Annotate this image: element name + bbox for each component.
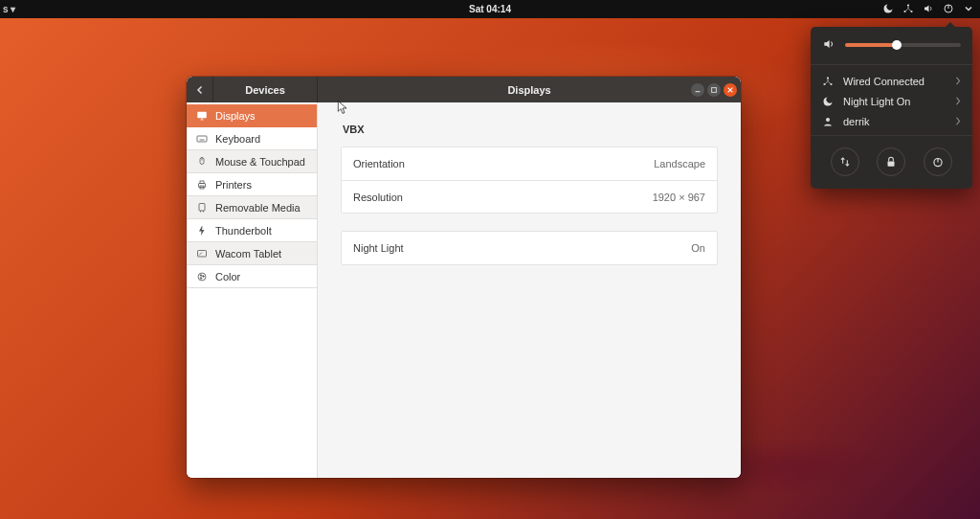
display-icon-label: Displays	[215, 110, 256, 122]
separator	[811, 135, 972, 136]
svg-rect-21	[888, 161, 895, 166]
night-light-label: Night Light	[353, 242, 404, 254]
sys-item-nightlight[interactable]: Night Light On	[822, 91, 961, 111]
orientation-label: Orientation	[353, 158, 405, 169]
system-actions	[822, 147, 961, 176]
network-icon	[822, 76, 834, 87]
svg-point-17	[827, 77, 829, 79]
top-bar: s ▾ Sat 04:14	[0, 0, 980, 18]
svg-rect-12	[198, 250, 207, 257]
svg-rect-5	[198, 112, 207, 118]
orientation-row[interactable]: Orientation Landscape	[342, 147, 717, 180]
svg-rect-4	[712, 87, 717, 92]
window-controls	[691, 77, 737, 102]
volume-slider-thumb[interactable]	[892, 40, 902, 50]
chevron-down-icon	[963, 3, 974, 16]
sidebar-item-displays[interactable]: Displays	[187, 104, 317, 127]
resolution-row[interactable]: Resolution 1920 × 967	[342, 180, 717, 213]
display-name-label: VBX	[343, 124, 718, 135]
close-button[interactable]	[724, 83, 737, 97]
sidebar-item-wacom[interactable]: Wacom Tablet	[187, 242, 317, 265]
svg-rect-8	[199, 183, 206, 187]
sidebar-item-removable[interactable]: Removable Media	[187, 196, 317, 219]
power-icon	[943, 3, 954, 16]
resolution-value: 1920 × 967	[653, 192, 705, 203]
svg-point-15	[203, 275, 205, 277]
volume-row	[822, 37, 961, 53]
resolution-label: Resolution	[353, 192, 403, 203]
volume-icon	[923, 3, 934, 16]
svg-rect-9	[200, 181, 204, 184]
sidebar-title: Devices	[213, 77, 318, 102]
night-light-value: On	[691, 242, 705, 254]
svg-rect-6	[197, 136, 207, 142]
sys-item-user[interactable]: derrik	[822, 111, 961, 131]
sys-item-network[interactable]: Wired Connected	[822, 71, 961, 91]
svg-point-14	[200, 274, 202, 276]
chevron-right-icon	[955, 77, 961, 85]
tablet-icon-label: Wacom Tablet	[215, 248, 281, 260]
bolt-icon-label: Thunderbolt	[215, 225, 272, 237]
back-button[interactable]	[187, 77, 213, 102]
svg-point-13	[198, 273, 206, 281]
sidebar: Displays Keyboard Mouse & Touchpad Print…	[187, 102, 318, 478]
mouse-icon-label: Mouse & Touchpad	[215, 156, 305, 168]
night-light-row[interactable]: Night Light On	[342, 232, 717, 264]
chevron-right-icon	[955, 117, 961, 125]
svg-rect-11	[199, 203, 205, 211]
color-icon-label: Color	[215, 271, 240, 282]
display-settings-group: Orientation Landscape Resolution 1920 × …	[341, 147, 718, 214]
content-pane: VBX Orientation Landscape Resolution 192…	[318, 102, 741, 478]
power-action[interactable]	[924, 147, 952, 176]
night-light-group: Night Light On	[341, 231, 718, 265]
lock-icon	[884, 155, 898, 169]
clock-label[interactable]: Sat 04:14	[469, 4, 511, 14]
sys-user-label: derrik	[843, 116, 946, 127]
network-icon	[902, 3, 914, 16]
usb-icon-label: Removable Media	[215, 202, 301, 214]
sidebar-item-printers[interactable]: Printers	[187, 173, 317, 196]
minimize-button[interactable]	[691, 83, 704, 97]
settings-window: Devices Displays Displays Keyboard	[187, 77, 741, 478]
svg-point-16	[200, 277, 202, 279]
window-title: Displays	[318, 77, 741, 102]
printer-icon-label: Printers	[215, 179, 252, 191]
sidebar-item-keyboard[interactable]: Keyboard	[187, 127, 317, 150]
user-icon	[822, 116, 834, 127]
window-header: Devices Displays	[187, 77, 741, 102]
night-light-icon	[882, 3, 894, 16]
system-tray[interactable]	[882, 0, 974, 18]
orientation-value: Landscape	[654, 158, 705, 169]
separator	[811, 64, 972, 65]
keyboard-icon-label: Keyboard	[215, 133, 260, 145]
lock-action[interactable]	[877, 147, 905, 176]
chevron-right-icon	[955, 97, 961, 105]
maximize-button[interactable]	[707, 83, 721, 97]
settings-icon	[838, 155, 852, 169]
sidebar-item-thunderbolt[interactable]: Thunderbolt	[187, 219, 317, 242]
volume-icon	[822, 37, 835, 53]
power-icon	[931, 155, 945, 169]
sidebar-item-color[interactable]: Color	[187, 265, 317, 288]
settings-action[interactable]	[831, 147, 859, 176]
sys-nightlight-label: Night Light On	[843, 96, 946, 107]
topbar-left-fragment: s ▾	[3, 4, 15, 14]
system-panel: Wired Connected Night Light On derrik	[811, 27, 972, 189]
night-light-icon	[822, 96, 834, 107]
svg-point-0	[907, 4, 909, 6]
sys-network-label: Wired Connected	[843, 76, 946, 87]
svg-point-20	[826, 118, 830, 122]
sidebar-item-mouse[interactable]: Mouse & Touchpad	[187, 150, 317, 173]
volume-slider[interactable]	[845, 43, 961, 47]
